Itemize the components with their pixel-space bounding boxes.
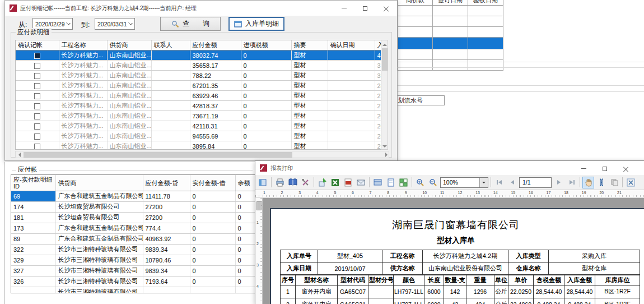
cell-balance[interactable]: 0 [235, 233, 255, 244]
cell-payable[interactable]: 9839.34 [143, 244, 190, 255]
table-row[interactable]: 326长沙市三湘特种玻璃有限公司7193.6400 [11, 276, 255, 287]
cell-tax[interactable]: 0 [241, 141, 291, 150]
cell-id[interactable]: 322 [11, 244, 55, 255]
column-header[interactable]: 工程名称 [59, 40, 107, 50]
column-header[interactable]: 实付金额-借 [190, 175, 235, 191]
cell-paid[interactable]: 0 [190, 201, 235, 212]
print-icon[interactable] [274, 177, 286, 188]
cell-payable[interactable]: 27200 [143, 201, 190, 212]
cell-supplier[interactable]: 山东南山铝业... [107, 111, 151, 121]
table-row[interactable]: 长沙万科魅力...山东南山铝业...42818.370型材275 [16, 101, 382, 111]
cell-confirm-date[interactable] [328, 101, 375, 111]
cell-paid[interactable]: 0 [190, 191, 235, 201]
cell-summary[interactable]: 型材 [291, 81, 328, 91]
cell-tax[interactable]: 0 [241, 91, 291, 101]
cell-supplier[interactable]: 山东南山铝业... [107, 50, 151, 61]
cell-id[interactable] [11, 287, 55, 293]
cell-contact[interactable] [151, 81, 190, 91]
cell-project[interactable]: 长沙万科魅力... [59, 71, 107, 81]
cell-confirm-date[interactable] [328, 141, 375, 150]
cell-confirm-date[interactable] [328, 121, 375, 131]
cell-payable[interactable]: 11411.78 [143, 191, 190, 201]
checkbox-cell[interactable] [16, 111, 59, 121]
cell-amount[interactable]: 788.22 [190, 71, 241, 81]
cell-amount[interactable]: 38032.74 [190, 50, 241, 61]
table-row[interactable]: 长沙万科魅力...山东南山铝业...63929.460型材276 [16, 91, 382, 101]
cell-tax[interactable]: 0 [241, 71, 291, 81]
table-row[interactable]: 181长沙坦森贸易有限公司2720000 [11, 212, 255, 223]
cell-id[interactable]: 89 [11, 233, 55, 244]
cell-supplier[interactable]: 山东南山铝业... [107, 61, 151, 71]
column-header[interactable]: 确认日期 [328, 40, 375, 50]
inbound-detail-button[interactable]: 入库单明细 [228, 17, 284, 31]
column-header[interactable]: 联系人 [151, 40, 190, 50]
checkbox-cell[interactable] [16, 71, 59, 81]
cell-paid[interactable]: 0 [190, 265, 235, 276]
cell-project[interactable]: 长沙万科魅力... [59, 50, 107, 61]
cell-confirm-date[interactable] [328, 131, 375, 141]
checkbox-cell[interactable] [16, 101, 59, 111]
cell-tax[interactable]: 0 [241, 81, 291, 91]
scroll-right-icon[interactable] [385, 153, 390, 157]
cell-supplier[interactable]: 山东南山铝业... [107, 131, 151, 141]
close-button[interactable] [376, 1, 397, 16]
cell-amount[interactable]: 3895.84 [190, 141, 241, 150]
cell-amount[interactable]: 94555.69 [190, 131, 241, 141]
cell-supplier[interactable]: 山东南山铝业... [107, 141, 151, 150]
close-button[interactable] [615, 161, 637, 176]
cell-amount[interactable]: 67201.35 [190, 81, 241, 91]
cell-paid[interactable]: 0 [190, 212, 235, 223]
cell-payable[interactable] [143, 287, 190, 293]
cell-tax[interactable]: 0 [241, 61, 291, 71]
checkbox[interactable] [34, 113, 40, 119]
cell-id[interactable]: 329 [11, 255, 55, 265]
horizontal-scrollbar[interactable] [15, 151, 389, 158]
checkbox-cell[interactable] [16, 91, 59, 101]
cell-summary[interactable]: 型材 [291, 71, 328, 81]
cell-id[interactable]: 181 [11, 212, 55, 223]
cell-supplier[interactable]: 长沙市三湘特种玻璃有限公司 [55, 255, 143, 265]
book-icon[interactable] [287, 177, 298, 188]
cell-contact[interactable] [151, 141, 190, 150]
single-page-icon[interactable] [385, 177, 396, 188]
column-header[interactable]: 应-实付款明细ID [11, 175, 55, 191]
cell-contact[interactable] [151, 111, 190, 121]
cell-confirm-date[interactable] [328, 61, 375, 71]
cell-supplier[interactable]: 广东合和建筑五金制品有限公司 [55, 191, 143, 201]
cell-paid[interactable]: 0 [190, 223, 235, 233]
cell-contact[interactable] [151, 101, 190, 111]
cell-supplier[interactable]: 长沙市三湘特种玻璃有限公司 [55, 287, 143, 293]
query-button[interactable]: 查 询 [160, 17, 221, 31]
cell-payable[interactable]: 774.4 [143, 223, 190, 233]
cell-project[interactable]: 长沙万科魅力... [59, 121, 107, 131]
cell-project[interactable]: 长沙万科魅力... [59, 81, 107, 91]
cell-supplier[interactable]: 山东南山铝业... [107, 81, 151, 91]
cell-amount[interactable]: 42118.31 [190, 121, 241, 131]
cell-supplier[interactable]: 长沙坦森贸易有限公司 [55, 212, 143, 223]
cell-supplier[interactable]: 长沙坦森贸易有限公司 [55, 201, 143, 212]
cell-balance[interactable]: 0 [235, 191, 255, 201]
cell-tax[interactable]: 0 [241, 131, 291, 141]
table-row[interactable]: 长沙万科魅力...山东南山铝业...3895.840型材250 [16, 141, 382, 150]
column-header[interactable]: 摘要 [291, 40, 328, 50]
table-row[interactable]: 长沙市三湘特种玻璃有限公司 [11, 287, 255, 293]
cell-balance[interactable]: 0 [235, 244, 255, 255]
cell-paid[interactable]: 0 [190, 244, 235, 255]
checkbox-cell[interactable] [16, 61, 59, 71]
checkbox-cell[interactable] [16, 50, 59, 61]
maximize-button[interactable] [354, 1, 376, 16]
scrollbar-thumb[interactable] [24, 152, 292, 158]
copy-icon[interactable] [608, 177, 620, 188]
cell-confirm-date[interactable] [328, 81, 375, 91]
page-setup-icon[interactable] [372, 177, 384, 188]
preview-panel-icon[interactable] [257, 177, 269, 188]
chevron-down-icon[interactable] [479, 178, 488, 187]
checkbox-cell[interactable] [16, 81, 59, 91]
cell-balance[interactable]: 0 [235, 255, 255, 265]
cell-paid[interactable]: 0 [190, 255, 235, 265]
cell-supplier[interactable]: 山东南山铝业... [107, 121, 151, 131]
cell-summary[interactable]: 型材 [291, 91, 328, 101]
cell-contact[interactable] [151, 71, 190, 81]
cell-summary[interactable]: 型材 [291, 121, 328, 131]
cell-id[interactable]: 174 [11, 201, 55, 212]
